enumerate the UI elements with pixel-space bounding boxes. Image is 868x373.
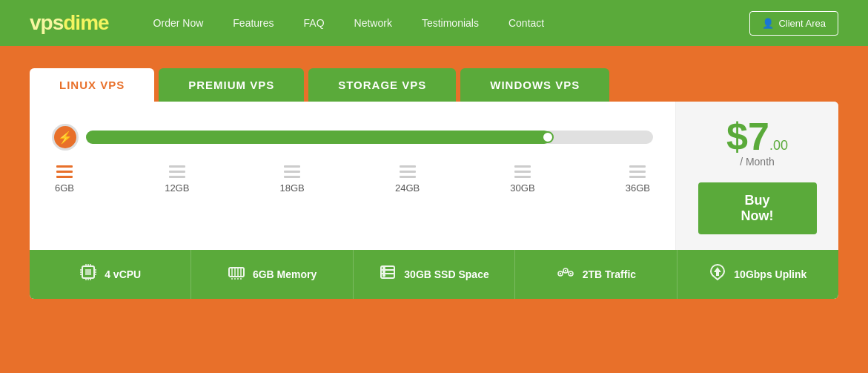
tick-label-36gb: 36GB (626, 182, 650, 194)
cpu-icon (79, 263, 97, 285)
tab-premium-vps[interactable]: PREMIUM VPS (159, 68, 304, 102)
tick-label-18gb: 18GB (280, 182, 305, 194)
tab-windows-vps[interactable]: WINDOWS VPS (460, 68, 609, 102)
tick-12gb[interactable]: 12GB (165, 165, 189, 194)
spec-traffic: 2TB Traffic (515, 250, 677, 299)
tick-label-6gb: 6GB (55, 182, 74, 194)
slider-price-area: ⚡ 6GB (30, 102, 838, 250)
slider-bolt-icon: ⚡ (52, 124, 79, 151)
svg-line-35 (563, 271, 564, 272)
slider-container[interactable]: ⚡ (52, 124, 653, 151)
memory-icon (228, 263, 245, 285)
svg-line-36 (567, 271, 569, 272)
nav-faq[interactable]: FAQ (304, 17, 325, 29)
tick-icon-36gb (629, 165, 646, 178)
price-area: $7.00 / Month Buy Now! (675, 102, 838, 250)
svg-point-34 (570, 273, 572, 274)
svg-point-27 (383, 271, 385, 273)
spec-storage-label: 30GB SSD Space (404, 268, 488, 280)
price-currency: $ (726, 115, 748, 158)
tick-36gb[interactable]: 36GB (626, 165, 650, 194)
tick-icon-12gb (169, 165, 185, 178)
user-icon: 👤 (762, 18, 774, 29)
svg-point-26 (383, 268, 385, 269)
tick-icon-30gb (514, 165, 531, 178)
tick-24gb[interactable]: 24GB (395, 165, 420, 194)
site-logo[interactable]: vpsdime (30, 11, 109, 35)
svg-point-33 (565, 270, 566, 271)
slider-track[interactable] (86, 131, 653, 144)
spec-vcpu-label: 4 vCPU (105, 268, 141, 280)
main-nav: Order Now Features FAQ Network Testimoni… (153, 17, 750, 29)
uplink-icon (709, 263, 726, 285)
tab-storage-vps[interactable]: STORAGE VPS (308, 68, 456, 102)
tab-linux-vps[interactable]: LINUX VPS (30, 68, 154, 102)
slider-section: ⚡ 6GB (30, 102, 675, 250)
spec-vcpu: 4 vCPU (30, 250, 191, 299)
client-area-button[interactable]: 👤 Client Area (749, 11, 838, 36)
spec-memory-label: 6GB Memory (253, 268, 317, 280)
tick-label-12gb: 12GB (165, 182, 189, 194)
buy-now-button[interactable]: Buy Now! (698, 182, 817, 234)
product-panel: ⚡ 6GB (30, 102, 838, 299)
tick-30gb[interactable]: 30GB (510, 165, 534, 194)
client-area-label: Client Area (778, 18, 826, 29)
spec-uplink: 10Gbps Uplink (677, 250, 838, 299)
specs-bar: 4 vCPU 6GB Memory 30GB SSD Space 2TB Tra… (30, 250, 838, 299)
tick-icon-6gb (56, 165, 73, 178)
tick-label-24gb: 24GB (395, 182, 420, 194)
nav-network[interactable]: Network (354, 17, 392, 29)
svg-point-28 (383, 275, 385, 277)
traffic-icon (556, 263, 575, 285)
tick-icon-24gb (400, 165, 416, 178)
nav-order-now[interactable]: Order Now (153, 17, 204, 29)
main-content: LINUX VPS PREMIUM VPS STORAGE VPS WINDOW… (0, 46, 868, 373)
tick-18gb[interactable]: 18GB (280, 165, 305, 194)
storage-icon (379, 263, 397, 285)
spec-memory: 6GB Memory (191, 250, 353, 299)
price-display: $7.00 / Month (726, 117, 788, 168)
nav-contact[interactable]: Contact (508, 17, 544, 29)
logo-yellow: dime (63, 11, 108, 34)
spec-storage: 30GB SSD Space (354, 250, 515, 299)
svg-rect-1 (85, 269, 91, 275)
price-cents: .00 (769, 138, 788, 153)
tick-label-30gb: 30GB (510, 182, 534, 194)
product-tabs: LINUX VPS PREMIUM VPS STORAGE VPS WINDOW… (30, 68, 838, 102)
tick-6gb[interactable]: 6GB (55, 165, 74, 194)
svg-rect-14 (229, 268, 244, 277)
svg-point-32 (560, 273, 561, 274)
nav-features[interactable]: Features (233, 17, 274, 29)
spec-traffic-label: 2TB Traffic (583, 268, 636, 280)
price-amount: $7.00 (726, 115, 788, 158)
price-value: 7 (748, 115, 769, 158)
spec-uplink-label: 10Gbps Uplink (734, 268, 806, 280)
logo-white: vps (30, 11, 63, 34)
nav-testimonials[interactable]: Testimonials (422, 17, 479, 29)
slider-ticks: 6GB 12GB (52, 165, 653, 194)
slider-fill (86, 131, 551, 144)
tick-icon-18gb (284, 165, 300, 178)
